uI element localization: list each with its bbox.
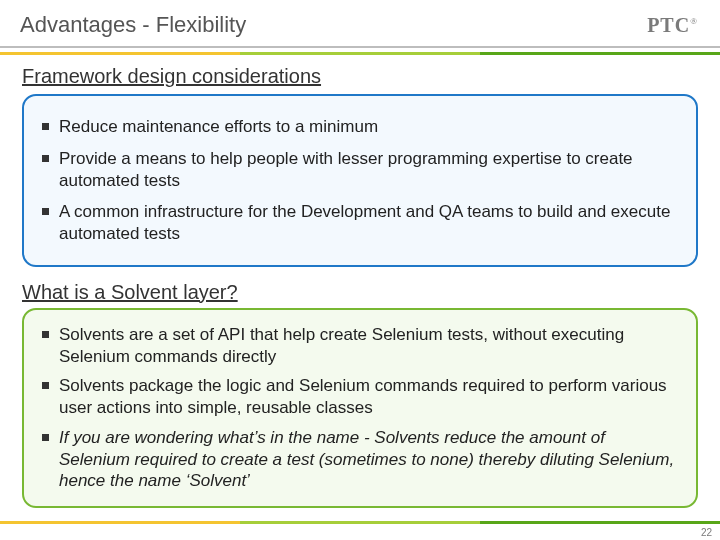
bullet-text: A common infrastructure for the Developm…: [59, 201, 678, 245]
slide-title: Advantages - Flexibility: [20, 12, 700, 38]
content-area: Framework design considerations Reduce m…: [0, 65, 720, 508]
accent-seg-green: [480, 521, 720, 524]
square-bullet-icon: [42, 331, 49, 338]
square-bullet-icon: [42, 155, 49, 162]
square-bullet-icon: [42, 382, 49, 389]
square-bullet-icon: [42, 434, 49, 441]
section1-callout: Reduce maintenance efforts to a minimum …: [22, 94, 698, 267]
bullet-item: If you are wondering what’s in the name …: [42, 427, 678, 492]
bullet-text: Solvents package the logic and Selenium …: [59, 375, 678, 419]
bullet-item: A common infrastructure for the Developm…: [42, 201, 678, 245]
brand-logo: PTC®: [647, 14, 698, 37]
accent-seg-yellow: [0, 521, 240, 524]
bullet-text: Reduce maintenance efforts to a minimum: [59, 116, 678, 138]
footer-accent-bar: [0, 521, 720, 524]
header: Advantages - Flexibility PTC®: [0, 0, 720, 46]
title-rule: [0, 46, 720, 48]
bullet-item: Solvents package the logic and Selenium …: [42, 375, 678, 419]
bullet-item: Reduce maintenance efforts to a minimum: [42, 116, 678, 138]
square-bullet-icon: [42, 208, 49, 215]
section2-callout: Solvents are a set of API that help crea…: [22, 308, 698, 508]
page-number: 22: [701, 527, 712, 538]
bullet-item: Provide a means to help people with less…: [42, 148, 678, 192]
accent-bar: [0, 52, 720, 55]
bullet-text: Solvents are a set of API that help crea…: [59, 324, 678, 368]
accent-seg-yellow: [0, 52, 240, 55]
accent-seg-green: [480, 52, 720, 55]
bullet-text: If you are wondering what’s in the name …: [59, 427, 678, 492]
accent-seg-lime: [240, 52, 480, 55]
accent-seg-lime: [240, 521, 480, 524]
registered-icon: ®: [690, 16, 698, 26]
bullet-item: Solvents are a set of API that help crea…: [42, 324, 678, 368]
section2-heading: What is a Solvent layer?: [22, 281, 700, 304]
bullet-text: Provide a means to help people with less…: [59, 148, 678, 192]
brand-text: PTC: [647, 14, 690, 36]
slide: Advantages - Flexibility PTC® Framework …: [0, 0, 720, 540]
square-bullet-icon: [42, 123, 49, 130]
section1-heading: Framework design considerations: [22, 65, 700, 88]
